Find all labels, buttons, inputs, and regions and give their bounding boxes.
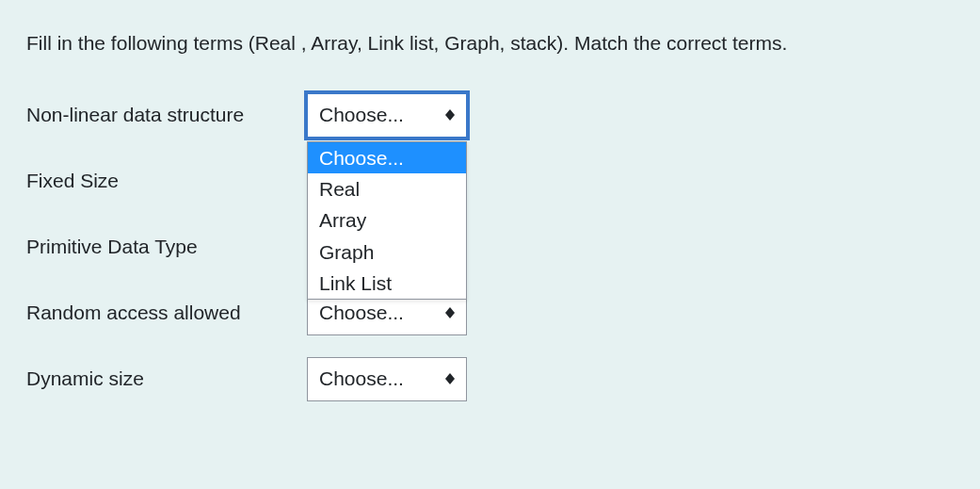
question-container: Fill in the following terms (Real , Arra… <box>0 0 980 448</box>
term-label: Random access allowed <box>26 302 307 324</box>
dropdown-option[interactable]: Choose... <box>308 142 466 173</box>
svg-marker-1 <box>445 115 455 121</box>
select-value: Choose... <box>319 104 445 126</box>
svg-marker-9 <box>445 379 455 384</box>
select-wrap: Choose... <box>307 357 467 401</box>
svg-marker-7 <box>445 313 455 318</box>
match-row: Primitive Data Type Choose... <box>26 222 954 272</box>
dropdown-option[interactable]: Graph <box>308 236 466 268</box>
sort-icon <box>445 373 455 384</box>
dropdown-option[interactable]: Real <box>308 173 466 204</box>
term-select[interactable]: Choose... <box>307 93 467 138</box>
sort-icon <box>445 109 455 121</box>
dropdown-option[interactable]: Link List <box>308 268 466 299</box>
match-row: Random access allowed Choose... <box>26 288 954 338</box>
sort-icon <box>445 307 455 318</box>
instructions-text: Fill in the following terms (Real , Arra… <box>26 28 874 58</box>
select-wrap: Choose... Choose... Real Array Graph Lin… <box>307 93 467 138</box>
match-row: Non-linear data structure Choose... Choo… <box>26 90 954 140</box>
term-label: Primitive Data Type <box>26 236 307 258</box>
term-label: Dynamic size <box>26 367 307 390</box>
term-label: Non-linear data structure <box>26 104 307 126</box>
match-row: Dynamic size Choose... <box>26 354 954 404</box>
match-row: Fixed Size Choose... <box>26 156 954 206</box>
term-label: Fixed Size <box>26 170 307 192</box>
dropdown-menu: Choose... Real Array Graph Link List <box>307 141 467 301</box>
dropdown-option[interactable]: Array <box>308 204 466 236</box>
select-value: Choose... <box>319 302 445 324</box>
term-select[interactable]: Choose... <box>307 357 467 401</box>
select-value: Choose... <box>319 367 445 390</box>
